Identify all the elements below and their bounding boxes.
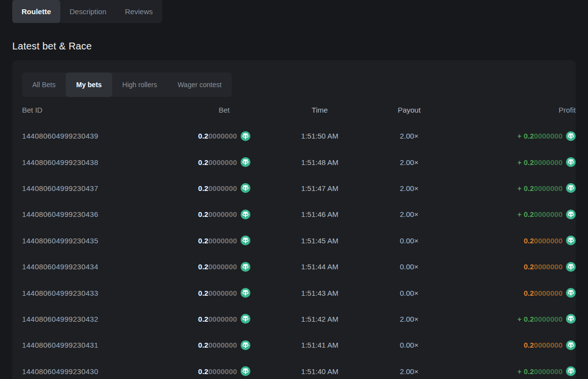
tether-coin-icon [566, 131, 576, 141]
tether-coin-icon [241, 340, 250, 350]
latest-bets-panel: All Bets My bets High rollers Wager cont… [12, 60, 576, 379]
tether-coin-icon [566, 288, 576, 298]
bet-amount-major: 0.2 [198, 210, 208, 218]
profit-amount: + 0.20000000 [446, 183, 576, 193]
profit-amount-minor: 0000000 [534, 289, 563, 297]
tab-wager-contest[interactable]: Wager contest [167, 72, 232, 97]
tether-coin-icon [241, 131, 250, 141]
profit-amount-major: + 0.2 [517, 132, 534, 140]
profit-amount-major: 0.2 [524, 237, 534, 245]
tether-coin-icon [241, 210, 250, 219]
bet-time: 1:51:47 AM [267, 184, 372, 192]
bet-time: 1:51:50 AM [267, 132, 372, 140]
bet-amount-major: 0.2 [198, 367, 208, 376]
profit-amount-major: + 0.2 [517, 210, 534, 218]
bet-amount: 0.20000000 [181, 210, 267, 219]
bet-id: 144080604999230438 [22, 158, 181, 166]
bet-payout: 2.00× [372, 367, 446, 376]
table-row[interactable]: 144080604999230437 0.20000000 1:51:47 AM… [12, 175, 576, 201]
bet-amount: 0.20000000 [181, 131, 267, 141]
bet-id: 144080604999230433 [22, 289, 181, 297]
column-header-bet: Bet [181, 106, 267, 114]
bet-amount-minor: 0000000 [208, 262, 237, 271]
bet-amount-major: 0.2 [198, 315, 208, 323]
profit-amount-minor: 0000000 [534, 158, 563, 166]
tab-my-bets[interactable]: My bets [66, 72, 112, 97]
table-row[interactable]: 144080604999230438 0.20000000 1:51:48 AM… [12, 149, 576, 175]
tether-coin-icon [566, 210, 576, 219]
bet-amount: 0.20000000 [181, 340, 267, 350]
table-row[interactable]: 144080604999230436 0.20000000 1:51:46 AM… [12, 201, 576, 227]
table-row[interactable]: 144080604999230432 0.20000000 1:51:42 AM… [12, 306, 576, 332]
bet-time: 1:51:42 AM [267, 315, 372, 323]
table-row[interactable]: 144080604999230430 0.20000000 1:51:40 AM… [12, 358, 576, 379]
bet-amount-minor: 0000000 [208, 184, 237, 192]
bet-time: 1:51:48 AM [267, 158, 372, 166]
bets-table-body: 144080604999230439 0.20000000 1:51:50 AM… [12, 123, 576, 379]
bet-payout: 0.00× [372, 237, 446, 245]
table-row[interactable]: 144080604999230433 0.20000000 1:51:43 AM… [12, 280, 576, 306]
profit-amount: + 0.20000000 [446, 366, 576, 376]
bet-payout: 2.00× [372, 210, 446, 218]
bet-amount-minor: 0000000 [208, 237, 237, 245]
bet-payout: 2.00× [372, 132, 446, 140]
profit-amount-minor: 0000000 [534, 210, 563, 218]
bet-payout: 0.00× [372, 341, 446, 349]
bet-amount-major: 0.2 [198, 262, 208, 271]
bet-payout: 0.00× [372, 262, 446, 271]
bet-amount: 0.20000000 [181, 366, 267, 376]
table-row[interactable]: 144080604999230431 0.20000000 1:51:41 AM… [12, 332, 576, 358]
tab-high-rollers[interactable]: High rollers [112, 72, 168, 97]
bet-time: 1:51:44 AM [267, 262, 372, 271]
bet-payout: 0.00× [372, 289, 446, 297]
table-row[interactable]: 144080604999230435 0.20000000 1:51:45 AM… [12, 228, 576, 254]
bet-id: 144080604999230435 [22, 237, 181, 245]
page-title: Latest bet & Race [12, 41, 588, 52]
tether-coin-icon [566, 314, 576, 324]
bets-table: Bet ID Bet Time Payout Profit 1440806049… [12, 97, 576, 379]
bets-filter-tabbar: All Bets My bets High rollers Wager cont… [22, 72, 232, 97]
bet-payout: 2.00× [372, 184, 446, 192]
bet-amount-minor: 0000000 [208, 315, 237, 323]
tab-reviews[interactable]: Reviews [116, 0, 162, 23]
tether-coin-icon [566, 157, 576, 167]
bet-payout: 2.00× [372, 315, 446, 323]
tether-coin-icon [241, 262, 250, 272]
bet-amount: 0.20000000 [181, 236, 267, 245]
column-header-profit: Profit [446, 106, 576, 114]
table-header-row: Bet ID Bet Time Payout Profit [12, 97, 576, 123]
tab-roulette[interactable]: Roulette [12, 0, 60, 23]
bet-amount-minor: 0000000 [208, 367, 237, 376]
profit-amount-minor: 0000000 [534, 237, 563, 245]
bet-amount-minor: 0000000 [208, 210, 237, 218]
table-row[interactable]: 144080604999230439 0.20000000 1:51:50 AM… [12, 123, 576, 149]
column-header-time: Time [267, 106, 372, 114]
tether-coin-icon [566, 183, 576, 193]
bet-time: 1:51:40 AM [267, 367, 372, 376]
tether-coin-icon [241, 366, 250, 376]
profit-amount-major: 0.2 [524, 262, 534, 271]
bet-amount-major: 0.2 [198, 341, 208, 349]
bet-amount-major: 0.2 [198, 132, 208, 140]
bet-id: 144080604999230434 [22, 262, 181, 271]
profit-amount-major: + 0.2 [517, 315, 534, 323]
profit-amount-major: + 0.2 [517, 158, 534, 166]
bet-amount: 0.20000000 [181, 262, 267, 272]
profit-amount-minor: 0000000 [534, 341, 563, 349]
table-row[interactable]: 144080604999230434 0.20000000 1:51:44 AM… [12, 254, 576, 280]
bet-amount-major: 0.2 [198, 237, 208, 245]
tether-coin-icon [566, 340, 576, 350]
bet-id: 144080604999230439 [22, 132, 181, 140]
profit-amount-major: + 0.2 [517, 367, 534, 376]
column-header-payout: Payout [372, 106, 446, 114]
profit-amount-minor: 0000000 [534, 367, 563, 376]
bet-amount-minor: 0000000 [208, 158, 237, 166]
game-tabbar: Roulette Description Reviews [12, 0, 162, 23]
bet-amount-major: 0.2 [198, 289, 208, 297]
bet-amount: 0.20000000 [181, 288, 267, 298]
bet-payout: 2.00× [372, 158, 446, 166]
bet-amount-minor: 0000000 [208, 341, 237, 349]
profit-amount-minor: 0000000 [534, 132, 563, 140]
tab-all-bets[interactable]: All Bets [22, 72, 66, 97]
tab-description[interactable]: Description [60, 0, 116, 23]
